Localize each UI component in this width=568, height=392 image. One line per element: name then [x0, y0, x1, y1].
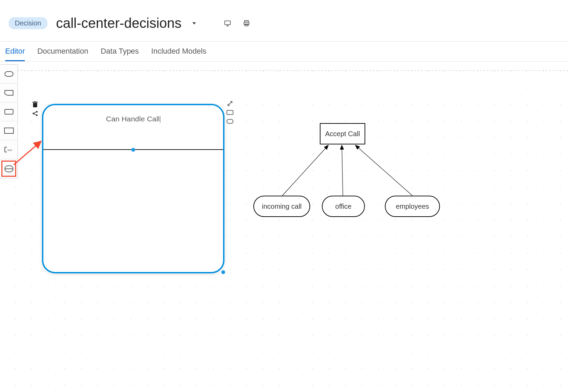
palette-input-data-icon[interactable] — [0, 65, 18, 84]
palette-decision-service-icon[interactable] — [0, 159, 18, 178]
svg-rect-15 — [34, 101, 36, 102]
monitor-icon[interactable] — [222, 18, 233, 29]
tab-included-models[interactable]: Included Models — [151, 47, 206, 61]
divider-handle[interactable] — [132, 148, 135, 152]
svg-text:text: text — [8, 149, 12, 152]
workspace[interactable]: text Can Handle Call — [0, 62, 568, 392]
svg-rect-13 — [33, 103, 37, 107]
svg-rect-7 — [5, 109, 13, 114]
mini-input-icon[interactable] — [227, 118, 233, 125]
input-node-label: employees — [396, 203, 429, 210]
decision-service-node[interactable]: Can Handle Call — [42, 104, 224, 273]
svg-line-19 — [34, 112, 36, 113]
svg-rect-14 — [32, 102, 38, 102]
tab-bar: Editor Documentation Data Types Included… — [0, 42, 568, 62]
input-node-incoming-call[interactable]: incoming call — [253, 196, 310, 217]
svg-rect-22 — [227, 119, 233, 123]
asset-type-badge: Decision — [9, 17, 48, 29]
canvas-ruler-line — [0, 70, 568, 71]
palette-decision-icon[interactable] — [0, 102, 18, 121]
tab-documentation[interactable]: Documentation — [37, 47, 88, 61]
svg-point-17 — [36, 111, 38, 113]
input-node-office[interactable]: office — [322, 196, 365, 217]
decision-service-title[interactable]: Can Handle Call — [43, 105, 223, 123]
header: Decision call-center-decisions — [0, 0, 568, 41]
svg-rect-0 — [225, 21, 231, 24]
svg-rect-8 — [4, 128, 13, 133]
tab-data-types[interactable]: Data Types — [101, 47, 139, 61]
print-icon[interactable] — [241, 18, 252, 29]
palette-knowledge-model-icon[interactable] — [0, 84, 18, 102]
expand-icon[interactable] — [227, 100, 233, 107]
input-node-label: incoming call — [262, 203, 302, 210]
share-icon[interactable] — [32, 110, 39, 117]
svg-point-18 — [36, 115, 38, 116]
decision-service-title-text: Can Handle Call — [106, 115, 160, 123]
shape-palette: text — [0, 64, 18, 178]
input-node-employees[interactable]: employees — [385, 196, 440, 217]
node-tools-left — [32, 101, 39, 117]
asset-title: call-center-decisions — [56, 15, 182, 31]
input-node-label: office — [335, 203, 351, 210]
delete-icon[interactable] — [32, 101, 39, 108]
palette-knowledge-source-icon[interactable] — [0, 121, 18, 140]
svg-rect-6 — [5, 72, 13, 76]
decision-service-divider[interactable] — [43, 149, 223, 150]
palette-text-annotation-icon[interactable]: text — [0, 140, 18, 159]
decision-node-label: Accept Call — [325, 130, 360, 138]
decision-node-accept-call[interactable]: Accept Call — [320, 123, 365, 144]
resize-handle[interactable] — [221, 270, 225, 274]
svg-rect-21 — [227, 110, 233, 115]
svg-rect-5 — [245, 24, 248, 26]
title-dropdown-icon[interactable] — [190, 19, 198, 28]
tab-editor[interactable]: Editor — [5, 47, 25, 61]
mini-decision-icon[interactable] — [227, 109, 233, 116]
svg-line-20 — [34, 114, 36, 115]
node-tools-right — [227, 100, 233, 125]
